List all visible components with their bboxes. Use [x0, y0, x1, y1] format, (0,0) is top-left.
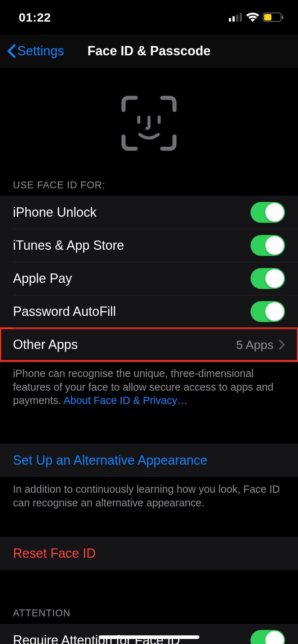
svg-rect-1	[232, 16, 235, 22]
toggle-apple-pay[interactable]	[250, 268, 285, 289]
page-title: Face ID & Passcode	[87, 43, 211, 59]
cellular-icon	[229, 13, 243, 22]
section-header-use: USE FACE ID FOR:	[0, 175, 298, 196]
about-faceid-privacy-link[interactable]: About Face ID & Privacy…	[63, 395, 188, 406]
alt-appearance-list: Set Up an Alternative Appearance	[0, 444, 298, 477]
row-apple-pay[interactable]: Apple Pay	[0, 262, 298, 295]
row-password-autofill[interactable]: Password AutoFill	[0, 295, 298, 328]
status-bar: 01:22	[0, 0, 298, 34]
attention-list: Require Attention for Face ID	[0, 624, 298, 644]
row-label: Other Apps	[13, 337, 78, 352]
nav-bar: Settings Face ID & Passcode	[0, 34, 298, 68]
chevron-right-icon	[279, 339, 285, 350]
row-label: iPhone Unlock	[13, 205, 96, 220]
use-section-footer: iPhone can recognise the unique, three-d…	[0, 361, 298, 420]
section-header-attention: ATTENTION	[0, 593, 298, 624]
row-require-attention[interactable]: Require Attention for Face ID	[0, 624, 298, 644]
status-icons	[229, 13, 284, 22]
back-label: Settings	[17, 43, 64, 59]
reset-faceid-label: Reset Face ID	[13, 546, 96, 561]
reset-list: Reset Face ID	[0, 537, 298, 570]
toggle-autofill[interactable]	[250, 301, 285, 322]
row-reset-faceid[interactable]: Reset Face ID	[0, 537, 298, 570]
row-label: Password AutoFill	[13, 304, 116, 319]
row-itunes-appstore[interactable]: iTunes & App Store	[0, 229, 298, 262]
svg-rect-5	[282, 15, 283, 19]
svg-rect-6	[264, 14, 271, 20]
home-indicator[interactable]	[99, 635, 199, 639]
toggle-require-attention[interactable]	[250, 630, 285, 644]
other-apps-count: 5 Apps	[236, 338, 274, 352]
svg-rect-3	[240, 13, 242, 22]
chevron-left-icon	[6, 44, 17, 58]
alt-appearance-label: Set Up an Alternative Appearance	[13, 453, 207, 468]
battery-icon	[263, 13, 284, 22]
row-iphone-unlock[interactable]: iPhone Unlock	[0, 196, 298, 229]
toggle-iphone-unlock[interactable]	[250, 202, 285, 223]
row-label: Apple Pay	[13, 271, 72, 286]
faceid-icon	[118, 93, 180, 154]
row-label: iTunes & App Store	[13, 238, 124, 253]
row-other-apps[interactable]: Other Apps 5 Apps	[0, 328, 298, 361]
svg-rect-2	[236, 15, 238, 22]
faceid-hero	[0, 68, 298, 175]
toggle-itunes[interactable]	[250, 235, 285, 256]
use-faceid-list: iPhone Unlock iTunes & App Store Apple P…	[0, 196, 298, 361]
svg-rect-0	[229, 18, 231, 22]
back-button[interactable]: Settings	[6, 43, 64, 59]
row-alt-appearance[interactable]: Set Up an Alternative Appearance	[0, 444, 298, 477]
status-time: 01:22	[19, 10, 51, 24]
wifi-icon	[246, 13, 259, 22]
alt-appearance-footer: In addition to continuously learning how…	[0, 477, 298, 523]
